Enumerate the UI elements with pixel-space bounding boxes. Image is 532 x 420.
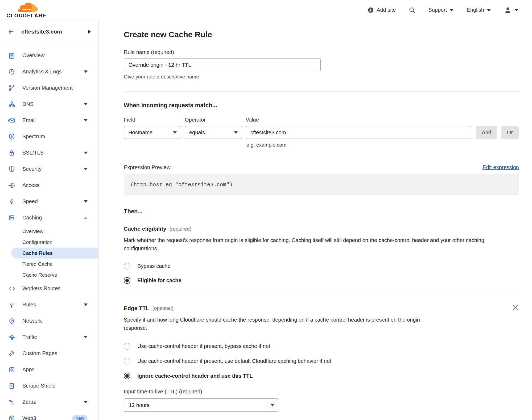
chevron-right-icon[interactable] xyxy=(88,30,91,34)
sidebar-subitem-caching-overview[interactable]: Overview xyxy=(0,226,98,237)
chevron-down-icon[interactable] xyxy=(84,119,88,122)
operator-label: Operator xyxy=(185,117,242,123)
sidebar-item-rules[interactable]: Rules xyxy=(0,297,98,313)
sidebar-item-ssl-tls[interactable]: SSL/TLS xyxy=(0,145,98,161)
sidebar-subitem-cache-rules[interactable]: Cache Rules xyxy=(11,248,98,259)
edge-ttl-option-2-label: Use cache-control header if present, use… xyxy=(137,358,331,364)
cache-eligibility-heading: Cache eligibility xyxy=(124,226,166,232)
ttl-select-dropdown-button[interactable] xyxy=(266,399,279,411)
clipboard-icon xyxy=(8,52,17,59)
back-arrow-icon[interactable] xyxy=(7,28,15,35)
sidebar-subitem-label: Configuration xyxy=(22,239,52,245)
sidebar-item-speed[interactable]: Speed xyxy=(0,193,98,210)
pie-chart-icon xyxy=(8,68,17,76)
chevron-down-icon xyxy=(449,9,454,11)
chevron-down-icon xyxy=(514,9,519,11)
value-input[interactable] xyxy=(246,126,471,139)
location-pin-icon xyxy=(8,317,17,325)
radio-unselected[interactable] xyxy=(124,263,130,269)
sidebar-item-label: Spectrum xyxy=(22,134,88,140)
ttl-select-value: 12 hours xyxy=(124,399,266,411)
support-label: Support xyxy=(428,7,447,13)
edge-ttl-option-3[interactable]: Ignore cache-control header and use this… xyxy=(124,372,519,380)
sidebar-item-overview[interactable]: Overview xyxy=(0,47,98,64)
radio-selected[interactable] xyxy=(124,277,130,284)
eligible-for-cache-option[interactable]: Eligible for cache xyxy=(124,277,519,284)
chevron-down-icon[interactable] xyxy=(84,336,88,338)
sidebar-item-apps[interactable]: Apps xyxy=(0,361,98,378)
edit-expression-link[interactable]: Edit expression xyxy=(482,164,519,171)
and-button[interactable]: And xyxy=(476,126,497,139)
close-edge-ttl-button[interactable] xyxy=(512,304,519,312)
chevron-up-icon[interactable] xyxy=(84,217,88,219)
sidebar-item-label: Version Management xyxy=(22,85,88,91)
chevron-down-icon[interactable] xyxy=(84,70,88,73)
sidebar-item-workers-routes[interactable]: Workers Routes xyxy=(0,280,98,297)
sidebar-item-label: Overview xyxy=(22,52,88,59)
support-menu[interactable]: Support xyxy=(428,7,454,13)
access-icon xyxy=(8,182,17,189)
sidebar-item-custom-pages[interactable]: Custom Pages xyxy=(0,345,98,361)
chevron-down-icon[interactable] xyxy=(84,152,88,154)
sidebar-item-traffic[interactable]: Traffic xyxy=(0,329,98,345)
sidebar-item-label: DNS xyxy=(22,101,84,107)
chevron-down-icon[interactable] xyxy=(84,103,88,105)
field-select[interactable]: Hostname xyxy=(124,126,181,139)
sidebar-subitem-cache-reserve[interactable]: Cache Reserve xyxy=(0,269,98,280)
bars-icon xyxy=(8,398,17,406)
sidebar-item-dns[interactable]: DNS xyxy=(0,96,98,112)
chevron-down-icon[interactable] xyxy=(84,303,88,306)
expression-row: Expression Preview Edit expression xyxy=(124,164,519,171)
operator-column: Operator equals xyxy=(185,117,242,139)
sidebar-item-caching[interactable]: Caching xyxy=(0,210,98,226)
account-menu[interactable] xyxy=(504,6,519,14)
sidebar-subitem-configuration[interactable]: Configuration xyxy=(0,237,98,248)
cloudflare-wordmark: CLOUDFLARE xyxy=(7,13,47,19)
chevron-down-icon[interactable] xyxy=(84,401,88,403)
main-content: Create new Cache Rule Rule name (require… xyxy=(98,20,532,420)
sidebar-subitem-tiered-cache[interactable]: Tiered Cache xyxy=(0,259,98,269)
radio-unselected[interactable] xyxy=(124,343,130,350)
sidebar-nav: Overview Analytics & Logs Version Manage… xyxy=(0,43,98,420)
add-site-button[interactable]: Add site xyxy=(368,7,396,13)
rule-name-label: Rule name (required) xyxy=(124,49,519,55)
edge-ttl-option-2[interactable]: Use cache-control header if present, use… xyxy=(124,357,519,365)
language-menu[interactable]: English xyxy=(467,7,491,13)
cloudflare-logo[interactable]: CLOUDFLARE xyxy=(5,2,48,19)
match-heading: When incoming requests match... xyxy=(124,102,519,109)
field-label: Field xyxy=(124,117,181,123)
chevron-down-icon[interactable] xyxy=(84,168,88,170)
bypass-cache-option[interactable]: Bypass cache xyxy=(124,262,519,270)
search-button[interactable] xyxy=(409,7,415,14)
shield-icon xyxy=(8,165,17,173)
edge-ttl-option-1[interactable]: Use cache-control header if present, byp… xyxy=(124,342,519,350)
chevron-down-icon xyxy=(271,404,274,406)
operator-select[interactable]: equals xyxy=(185,126,242,139)
add-site-label: Add site xyxy=(377,7,396,13)
ttl-select[interactable]: 12 hours xyxy=(124,398,279,412)
edge-ttl-heading-row: Edge TTL (optional) xyxy=(124,305,519,311)
sidebar-item-security[interactable]: Security xyxy=(0,161,98,177)
radio-selected[interactable] xyxy=(124,373,130,379)
sidebar-item-email[interactable]: Email xyxy=(0,112,98,128)
rule-name-input[interactable] xyxy=(124,59,321,71)
site-switcher[interactable]: cftestsite3.com xyxy=(0,20,98,43)
sidebar-item-version-management[interactable]: Version Management xyxy=(0,80,98,96)
web3-icon xyxy=(8,415,17,420)
site-name: cftestsite3.com xyxy=(21,28,88,35)
sidebar-item-web3[interactable]: Web3 New xyxy=(0,410,98,420)
chevron-down-icon[interactable] xyxy=(84,200,88,203)
sidebar-item-label: SSL/TLS xyxy=(22,150,84,156)
sidebar-item-zaraz[interactable]: Zaraz xyxy=(0,394,98,410)
or-button[interactable]: Or xyxy=(501,126,519,139)
sidebar-item-network[interactable]: Network xyxy=(0,313,98,329)
chevron-down-icon xyxy=(173,131,177,134)
sidebar-item-spectrum[interactable]: Spectrum xyxy=(0,128,98,145)
sidebar-item-analytics-logs[interactable]: Analytics & Logs xyxy=(0,64,98,80)
sidebar-item-scrape-shield[interactable]: Scrape Shield xyxy=(0,378,98,394)
radio-unselected[interactable] xyxy=(124,358,130,364)
search-icon xyxy=(409,7,415,14)
sidebar-item-access[interactable]: Access xyxy=(0,177,98,193)
code-icon xyxy=(8,285,17,292)
operator-select-value: equals xyxy=(189,130,205,136)
